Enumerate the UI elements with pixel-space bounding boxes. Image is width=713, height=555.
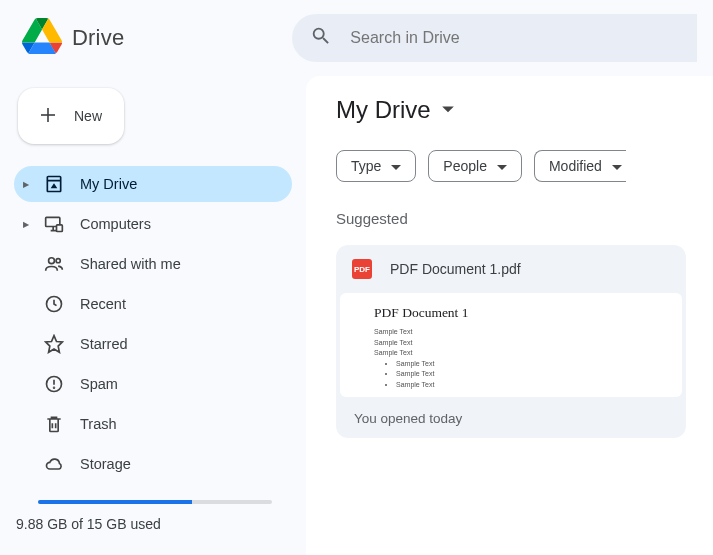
storage-meter xyxy=(14,500,292,504)
chevron-down-icon xyxy=(441,101,455,119)
file-preview: PDF Document 1 Sample Text Sample Text S… xyxy=(340,293,682,397)
sidebar-item-recent[interactable]: ▶ Recent xyxy=(14,286,292,322)
caret-down-icon xyxy=(612,158,622,174)
file-card[interactable]: PDF PDF Document 1.pdf PDF Document 1 Sa… xyxy=(336,245,686,438)
sidebar-item-label: My Drive xyxy=(80,176,137,192)
breadcrumb[interactable]: My Drive xyxy=(336,96,713,124)
sidebar-item-label: Storage xyxy=(80,456,131,472)
file-meta: You opened today xyxy=(336,397,686,438)
new-button-label: New xyxy=(74,108,102,124)
new-button[interactable]: New xyxy=(18,88,124,144)
suggested-heading: Suggested xyxy=(336,210,713,227)
star-icon xyxy=(44,334,64,354)
filter-label: People xyxy=(443,158,487,174)
filter-people[interactable]: People xyxy=(428,150,522,182)
caret-down-icon xyxy=(497,158,507,174)
pdf-icon: PDF xyxy=(352,259,372,279)
sidebar-item-label: Recent xyxy=(80,296,126,312)
storage-text: 9.88 GB of 15 GB used xyxy=(14,516,292,532)
file-title: PDF Document 1.pdf xyxy=(390,261,521,277)
search-icon xyxy=(310,25,332,51)
drive-icon xyxy=(44,174,64,194)
sidebar-item-starred[interactable]: ▶ Starred xyxy=(14,326,292,362)
people-icon xyxy=(44,254,64,274)
svg-marker-7 xyxy=(46,336,63,353)
svg-point-4 xyxy=(49,258,55,264)
breadcrumb-title: My Drive xyxy=(336,96,431,124)
sidebar-item-my-drive[interactable]: ▶ My Drive xyxy=(14,166,292,202)
sidebar-item-label: Spam xyxy=(80,376,118,392)
plus-icon xyxy=(36,103,60,130)
app-title: Drive xyxy=(72,25,124,51)
sidebar-item-trash[interactable]: ▶ Trash xyxy=(14,406,292,442)
expand-icon: ▶ xyxy=(22,220,30,229)
clock-icon xyxy=(44,294,64,314)
computer-icon xyxy=(44,214,64,234)
caret-down-icon xyxy=(391,158,401,174)
sidebar-item-computers[interactable]: ▶ Computers xyxy=(14,206,292,242)
sidebar-item-label: Shared with me xyxy=(80,256,181,272)
sidebar-item-label: Starred xyxy=(80,336,128,352)
sidebar-item-label: Trash xyxy=(80,416,117,432)
search-bar[interactable] xyxy=(292,14,697,62)
sidebar-item-spam[interactable]: ▶ Spam xyxy=(14,366,292,402)
svg-rect-3 xyxy=(57,225,63,232)
drive-logo-icon xyxy=(22,18,62,58)
svg-point-5 xyxy=(56,259,60,263)
cloud-icon xyxy=(44,454,64,474)
preview-title: PDF Document 1 xyxy=(374,305,648,321)
sidebar-item-shared[interactable]: ▶ Shared with me xyxy=(14,246,292,282)
expand-icon: ▶ xyxy=(22,180,30,189)
filter-label: Type xyxy=(351,158,381,174)
svg-point-10 xyxy=(54,387,55,388)
filter-modified[interactable]: Modified xyxy=(534,150,626,182)
sidebar-item-label: Computers xyxy=(80,216,151,232)
spam-icon xyxy=(44,374,64,394)
search-input[interactable] xyxy=(350,29,679,47)
filter-type[interactable]: Type xyxy=(336,150,416,182)
sidebar-item-storage[interactable]: ▶ Storage xyxy=(14,446,292,482)
trash-icon xyxy=(44,414,64,434)
filter-label: Modified xyxy=(549,158,602,174)
